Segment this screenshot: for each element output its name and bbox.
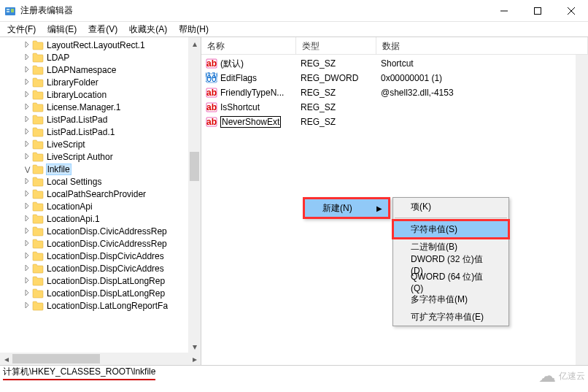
tree-item[interactable]: LocationDisp.LatLongReportFa	[22, 299, 201, 312]
tree-item[interactable]: LocationDisp.DispCivicAddres	[22, 262, 201, 274]
scroll-down-icon[interactable]: ▾	[188, 340, 201, 353]
folder-icon	[32, 189, 44, 199]
expander-closed-icon[interactable]	[22, 104, 32, 111]
tree-item[interactable]: LiveScript	[22, 138, 201, 150]
column-name[interactable]: 名称	[201, 37, 296, 54]
context-menu-new: 新建(N) ▶	[303, 197, 390, 219]
tree-item[interactable]: LocationDisp.DispLatLongRep	[22, 287, 201, 299]
tree-item[interactable]: License.Manager.1	[22, 101, 201, 113]
expander-closed-icon[interactable]	[22, 54, 32, 61]
expander-closed-icon[interactable]	[22, 178, 32, 185]
expander-closed-icon[interactable]	[22, 240, 32, 247]
list-row[interactable]: abNeverShowExtREG_SZ	[201, 115, 588, 129]
context-submenu-item[interactable]: 可扩充字符串值(E)	[393, 308, 508, 326]
tree-item[interactable]: LocationApi.1	[22, 212, 201, 225]
expander-closed-icon[interactable]	[22, 128, 32, 136]
tree-item[interactable]: ⋁lnkfile	[22, 163, 201, 175]
folder-icon	[32, 90, 44, 100]
tree-vertical-scrollbar[interactable]: ▴ ▾	[188, 37, 201, 353]
value-data: 0x00000001 (1)	[376, 73, 588, 83]
expander-closed-icon[interactable]	[22, 290, 32, 297]
expander-closed-icon[interactable]	[22, 153, 32, 161]
folder-icon	[32, 288, 44, 299]
menu-favorites[interactable]: 收藏夹(A)	[125, 22, 171, 37]
value-name: NeverShowExt	[220, 116, 281, 128]
tree-item[interactable]: LDAP	[22, 51, 201, 64]
window-controls	[487, 0, 588, 21]
expander-closed-icon[interactable]	[22, 141, 32, 148]
folder-icon	[32, 102, 44, 112]
tree-item[interactable]: LocalPathSearchProvider	[22, 188, 201, 200]
scroll-up-icon[interactable]: ▴	[188, 37, 201, 50]
tree-item[interactable]: ListPad.ListPad	[22, 113, 201, 126]
value-name: FriendlyTypeN...	[220, 88, 284, 98]
folder-icon	[32, 201, 44, 212]
minimize-button[interactable]	[487, 0, 521, 22]
string-value-icon: ab	[206, 58, 217, 69]
menu-file[interactable]: 文件(F)	[3, 22, 40, 37]
tree-item[interactable]: LiveScript Author	[22, 150, 201, 163]
list-header: 名称 类型 数据	[201, 37, 588, 55]
expander-closed-icon[interactable]	[22, 215, 32, 223]
expander-closed-icon[interactable]	[22, 253, 32, 260]
svg-rect-2	[7, 11, 9, 12]
tree-item-label: LocationDisp.CivicAddressRep	[47, 239, 167, 249]
expander-closed-icon[interactable]	[22, 91, 32, 99]
column-data[interactable]: 数据	[376, 37, 588, 54]
tree-item[interactable]: LocationApi	[22, 200, 201, 212]
close-button[interactable]	[554, 0, 588, 22]
maximize-button[interactable]	[521, 0, 554, 22]
expander-closed-icon[interactable]	[22, 203, 32, 210]
context-submenu-item[interactable]: QWORD (64 位)值(Q)	[393, 273, 508, 291]
list-row[interactable]: abIsShortcutREG_SZ	[201, 100, 588, 115]
expander-closed-icon[interactable]	[22, 277, 32, 285]
list-row[interactable]: abFriendlyTypeN...REG_SZ@shell32.dll,-41…	[201, 85, 588, 100]
scroll-right-icon[interactable]: ▸	[188, 353, 201, 365]
folder-icon	[32, 264, 44, 274]
context-submenu-item[interactable]: 多字符串值(M)	[393, 291, 508, 308]
menu-help[interactable]: 帮助(H)	[174, 22, 213, 37]
tree-item[interactable]: Local Settings	[22, 175, 201, 188]
expander-closed-icon[interactable]	[22, 302, 32, 310]
tree-item[interactable]: LayoutRect.LayoutRect.1	[22, 39, 201, 51]
tree-item[interactable]: LibraryFolder	[22, 76, 201, 88]
menu-edit[interactable]: 编辑(E)	[43, 22, 81, 37]
tree-item-label: LDAPNamespace	[47, 65, 116, 75]
context-submenu-item[interactable]: 字符串值(S)	[393, 220, 508, 238]
string-value-icon: ab	[206, 116, 217, 128]
list-vertical-scrollbar[interactable]	[576, 55, 588, 365]
context-menu-item-new[interactable]: 新建(N) ▶	[305, 199, 388, 217]
context-submenu-item[interactable]: 项(K)	[393, 198, 508, 215]
column-type[interactable]: 类型	[296, 37, 376, 54]
tree-item[interactable]: LocationDisp.DispCivicAddres	[22, 250, 201, 262]
tree-item[interactable]: LocationDisp.DispLatLongRep	[22, 274, 201, 287]
expander-closed-icon[interactable]	[22, 42, 32, 49]
folder-icon	[32, 164, 44, 174]
binary-value-icon: 01101001	[206, 72, 217, 84]
list-row[interactable]: ab(默认)REG_SZShortcut	[201, 56, 588, 71]
expander-closed-icon[interactable]	[22, 228, 32, 235]
svg-rect-5	[535, 8, 541, 15]
tree-item[interactable]: LDAPNamespace	[22, 64, 201, 76]
tree-item[interactable]: LibraryLocation	[22, 88, 201, 101]
tree-item-label: LocationDisp.LatLongReportFa	[47, 301, 168, 311]
svg-text:ab: ab	[206, 117, 217, 127]
menu-view[interactable]: 查看(V)	[84, 22, 122, 37]
list-row[interactable]: 01101001EditFlagsREG_DWORD0x00000001 (1)	[201, 71, 588, 85]
scroll-thumb-h[interactable]	[12, 354, 100, 364]
expander-closed-icon[interactable]	[22, 265, 32, 272]
value-data: @shell32.dll,-4153	[376, 88, 588, 98]
tree-item[interactable]: ListPad.ListPad.1	[22, 126, 201, 138]
tree-item-label: LocationApi.1	[47, 214, 100, 224]
tree-horizontal-scrollbar[interactable]: ◂ ▸	[0, 353, 201, 365]
tree-item[interactable]: LocationDisp.CivicAddressRep	[22, 225, 201, 237]
expander-closed-icon[interactable]	[22, 191, 32, 198]
expander-closed-icon[interactable]	[22, 66, 32, 74]
expander-open-icon[interactable]: ⋁	[22, 166, 32, 173]
tree-item[interactable]: LocationDisp.CivicAddressRep	[22, 237, 201, 250]
expander-closed-icon[interactable]	[22, 79, 32, 86]
scroll-thumb[interactable]	[190, 152, 199, 181]
expander-closed-icon[interactable]	[22, 116, 32, 123]
scroll-left-icon[interactable]: ◂	[0, 353, 12, 365]
cloud-icon: ☁	[538, 366, 556, 386]
